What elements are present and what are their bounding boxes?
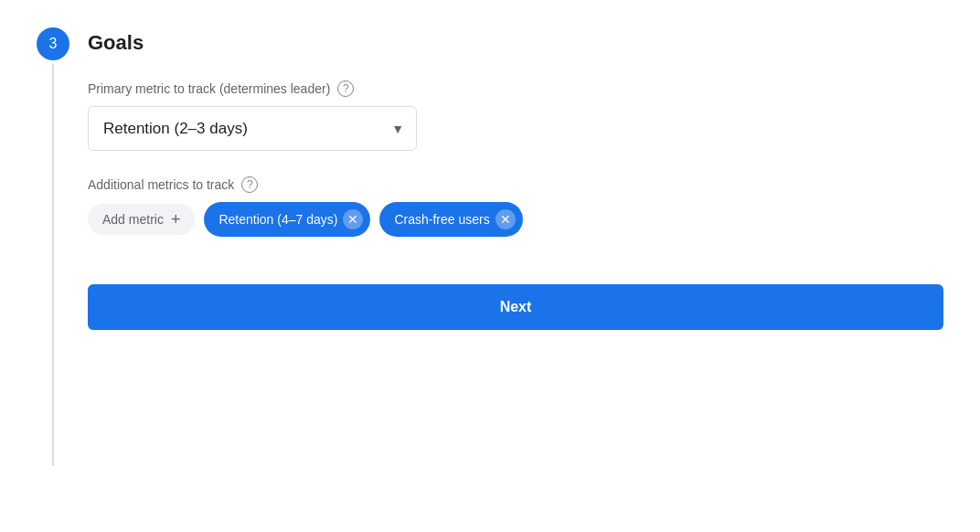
additional-metrics-help-icon[interactable]: ? (241, 176, 258, 193)
close-icon-2: ✕ (500, 212, 511, 227)
remove-chip-crash-free-users[interactable]: ✕ (495, 209, 516, 229)
additional-metrics-label-text: Additional metrics to track (88, 177, 234, 192)
chips-row: Add metric + Retention (4–7 days) ✕ Cras… (88, 202, 943, 237)
add-metric-button[interactable]: Add metric + (88, 204, 195, 235)
primary-metric-select[interactable]: Retention (2–3 days) Retention (4–7 days… (88, 106, 417, 151)
main-content: Goals Primary metric to track (determine… (88, 27, 943, 330)
page-container: 3 Goals Primary metric to track (determi… (37, 18, 943, 466)
step-line (52, 64, 54, 466)
metric-chip-crash-free-users: Crash-free users ✕ (379, 202, 522, 237)
help-icon-text: ? (343, 82, 349, 95)
metric-chip-retention-4-7: Retention (4–7 days) ✕ (204, 202, 370, 237)
additional-metrics-label: Additional metrics to track ? (88, 176, 943, 193)
close-icon-1: ✕ (347, 212, 358, 227)
step-circle: 3 (37, 27, 69, 60)
chip-label-crash-free-users: Crash-free users (394, 212, 489, 227)
step-indicator: 3 (37, 27, 69, 466)
primary-metric-help-icon[interactable]: ? (337, 80, 354, 97)
plus-icon: + (171, 211, 181, 228)
additional-metrics-section: Additional metrics to track ? Add metric… (88, 176, 943, 237)
primary-metric-label: Primary metric to track (determines lead… (88, 80, 943, 97)
remove-chip-retention-4-7[interactable]: ✕ (343, 209, 363, 229)
section-title: Goals (88, 31, 943, 55)
primary-metric-label-text: Primary metric to track (determines lead… (88, 81, 330, 96)
next-button[interactable]: Next (88, 284, 943, 330)
add-metric-label: Add metric (102, 212, 164, 227)
help-icon-text-2: ? (247, 178, 253, 191)
step-number: 3 (49, 36, 58, 52)
chip-label-retention-4-7: Retention (4–7 days) (218, 212, 337, 227)
primary-metric-dropdown-container: Retention (2–3 days) Retention (4–7 days… (88, 106, 417, 151)
